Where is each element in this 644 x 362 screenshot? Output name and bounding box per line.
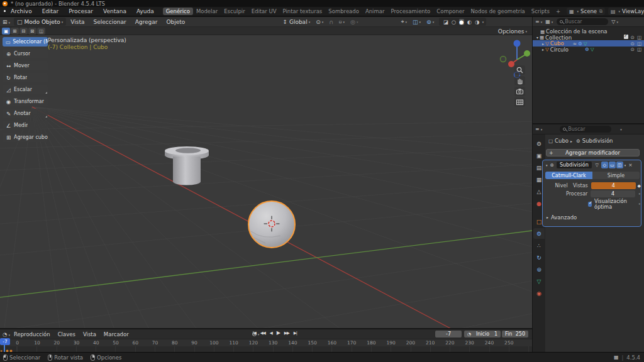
hide-eye-icon[interactable]: ⊙ — [631, 41, 635, 47]
filter-funnel-icon[interactable]: ▽▾ — [611, 19, 618, 25]
menu-item[interactable]: Archivo — [6, 8, 37, 14]
properties-tab[interactable] — [533, 276, 545, 287]
tab-catmull-clark[interactable]: Catmull-Clark — [545, 172, 592, 179]
options-button[interactable]: Opciones▾ — [498, 27, 527, 35]
header-options-icon[interactable]: ▾ — [620, 128, 622, 131]
playback-button[interactable] — [291, 331, 299, 336]
edit-mode-toggle[interactable]: ▽ — [594, 162, 601, 168]
tool-button[interactable]: Anotar — [3, 109, 48, 118]
viewport-3d[interactable]: Personalizada (perspectiva) (-7) Collect… — [0, 35, 532, 328]
playback-button[interactable] — [274, 330, 282, 336]
mode-selector[interactable]: □ Modo Objeto ▾ — [14, 18, 66, 26]
timeline-ruler[interactable]: 0102030405060708090100110120130140150160… — [0, 339, 532, 346]
properties-tab[interactable] — [533, 288, 545, 299]
outliner-display-mode[interactable]: ≡▾ — [535, 19, 542, 25]
tool-button[interactable]: Escalar — [3, 85, 48, 94]
outliner-row-collection[interactable]: ▾ ▦ Collection ⊙ ◫ — [533, 35, 644, 41]
extras-dropdown-icon[interactable]: ▾ — [625, 163, 626, 167]
outliner-search[interactable] — [557, 18, 608, 25]
playback-button[interactable] — [250, 331, 258, 336]
workspace-tab[interactable]: Editar UV — [248, 8, 280, 15]
workspace-tab[interactable]: Procesamiento — [387, 8, 433, 15]
viewport-menu-item[interactable]: Vista — [66, 19, 89, 25]
collapse-icon[interactable]: ▾ — [546, 163, 548, 167]
cup-object[interactable] — [165, 146, 209, 185]
pan-hand-button[interactable] — [514, 76, 525, 85]
outliner-search-input[interactable] — [565, 19, 605, 25]
playback-button[interactable] — [258, 331, 267, 336]
select-mode-button[interactable] — [28, 28, 36, 35]
advanced-section[interactable]: ▸ Avanzado — [547, 214, 577, 221]
timeline-menu-item[interactable]: Claves — [54, 331, 79, 337]
select-mode-button[interactable] — [2, 28, 10, 35]
viewport-menu-item[interactable]: Objeto — [162, 19, 190, 25]
outliner-row-circulo[interactable]: ▸ ▽ Círculo ⚙ ▽ ⊙ ◫ — [533, 47, 644, 53]
workspace-tab[interactable]: Modelar — [193, 8, 221, 15]
properties-tab[interactable] — [533, 228, 545, 239]
disable-render-icon[interactable]: ◫ — [637, 47, 641, 52]
editor-type-icon[interactable]: ⊞▾ — [3, 19, 10, 25]
playback-button[interactable] — [282, 331, 291, 336]
playback-button[interactable] — [267, 331, 274, 336]
workspace-tab[interactable]: Pintar texturas — [280, 8, 326, 15]
outliner-filter-id[interactable]: ▦▾ — [545, 19, 553, 25]
menu-item[interactable]: Editar — [37, 8, 64, 14]
snap-target[interactable]: ▫▾ — [339, 19, 345, 25]
transform-orientation[interactable]: ↕ Global ▾ — [282, 19, 310, 25]
viewport-menu-item[interactable]: Seleccionar — [89, 19, 131, 25]
overlays-toggle[interactable]: ⊚▾ — [426, 19, 434, 25]
tab-simple[interactable]: Simple — [592, 172, 640, 179]
viewlayer-selector[interactable]: ▤▾ ViewLayer ⧉ — [608, 8, 644, 15]
timeline-menu-item[interactable]: Marcador — [100, 331, 133, 337]
workspace-tab[interactable]: Animar — [362, 8, 388, 15]
breadcrumb-object[interactable]: Cubo — [555, 138, 569, 144]
exclude-checkbox[interactable] — [624, 35, 628, 39]
current-frame-field[interactable]: -7 — [435, 331, 462, 337]
properties-tab[interactable] — [533, 138, 545, 149]
expand-icon[interactable]: ▾ — [536, 35, 538, 40]
modifier-name-field[interactable]: Subdivisión — [557, 162, 592, 168]
workspace-tab[interactable]: Genérico — [163, 8, 193, 15]
properties-tab[interactable] — [533, 240, 545, 251]
gizmo-y-axis[interactable] — [524, 50, 530, 57]
timeline-menu-item[interactable]: Reproducción — [10, 331, 54, 337]
viewport-level-slider[interactable]: 4 — [591, 182, 636, 189]
workspace-tab[interactable]: + — [553, 8, 564, 15]
expand-icon[interactable]: ▸ — [542, 47, 544, 52]
menu-item[interactable]: Ventana — [98, 8, 131, 14]
workspace-tab[interactable]: Scripts — [528, 8, 553, 15]
render-toggle[interactable]: ◫ — [616, 162, 623, 168]
shading-solid-icon[interactable]: ● — [459, 19, 464, 25]
frame-start-field[interactable]: ◔ Inicio 1 — [464, 331, 501, 337]
scene-selector[interactable]: ▦▾ Scene ⧉ — [567, 8, 605, 15]
shading-material-icon[interactable]: ◐ — [467, 19, 472, 25]
playhead-badge[interactable]: -7 — [0, 338, 10, 345]
keyframe-diamond-icon[interactable]: ◆ — [638, 184, 641, 189]
orthographic-toggle-button[interactable] — [514, 97, 525, 107]
expand-icon[interactable]: ▸ — [542, 41, 544, 46]
select-mode-button[interactable] — [19, 28, 28, 35]
outliner-row-cubo[interactable]: ▸ ▽ Cubo ≈ ⚙ ▽ ⊙ ◫ — [533, 40, 644, 47]
breadcrumb-modifier[interactable]: Subdivisión — [582, 138, 613, 144]
gizmo-y-neg[interactable] — [501, 57, 506, 62]
gizmo-z-axis[interactable] — [514, 40, 521, 47]
select-mode-button[interactable] — [11, 28, 19, 35]
cage-toggle[interactable]: ◇ — [601, 162, 608, 168]
new-scene-icon[interactable]: ⧉ — [599, 9, 602, 14]
hide-eye-icon[interactable]: ⊙ — [631, 35, 635, 40]
menu-item[interactable]: Procesar — [64, 8, 98, 14]
close-icon[interactable]: × — [628, 162, 632, 168]
pivot-point[interactable]: ⊙▾ — [316, 19, 323, 25]
gizmo-x-axis[interactable] — [508, 61, 514, 67]
properties-search-input[interactable] — [568, 126, 608, 132]
editor-type-icon[interactable]: ≡▾ — [535, 126, 542, 132]
navigation-gizmo[interactable] — [497, 36, 532, 82]
proportional-editing[interactable]: ◎▾ — [350, 19, 358, 25]
shading-rendered-icon[interactable]: ◑ — [475, 19, 479, 25]
properties-tab[interactable] — [533, 264, 545, 275]
workspace-tab[interactable]: Nodos de geometría — [467, 8, 528, 15]
workspace-tab[interactable]: Sombreado — [325, 8, 362, 15]
snap-toggle[interactable]: ∩ — [329, 19, 333, 25]
camera-view-button[interactable] — [514, 87, 525, 96]
properties-tab[interactable] — [533, 252, 545, 263]
